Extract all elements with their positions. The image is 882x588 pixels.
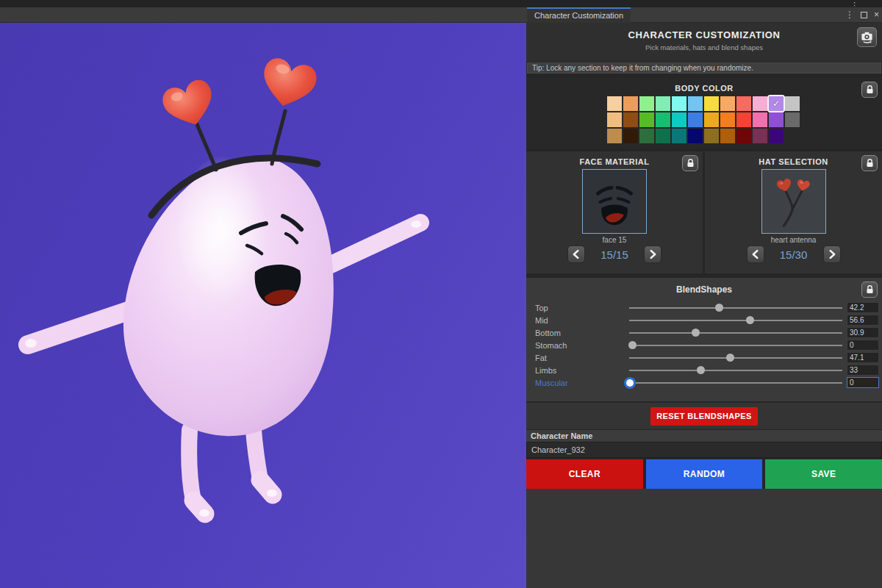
body-color-swatch[interactable]	[769, 129, 784, 143]
body-color-swatch[interactable]	[623, 112, 638, 127]
body-color-swatch[interactable]	[769, 112, 784, 127]
blendshape-value-field[interactable]	[847, 352, 879, 363]
blendshape-label: Top	[535, 304, 629, 312]
body-color-swatch[interactable]	[704, 112, 719, 127]
slider-thumb[interactable]	[746, 316, 754, 324]
blendshapes-lock-button[interactable]	[861, 282, 878, 298]
body-color-swatch[interactable]	[639, 129, 654, 143]
body-color-swatch[interactable]	[672, 129, 686, 143]
body-color-swatch[interactable]	[720, 96, 735, 111]
body-color-swatch[interactable]	[688, 96, 703, 111]
body-color-swatch[interactable]	[656, 112, 670, 127]
body-color-swatch[interactable]	[672, 112, 686, 127]
os-menu-icon[interactable]: ⋮	[850, 1, 858, 7]
blendshape-value-field[interactable]	[847, 327, 879, 338]
body-color-swatch[interactable]	[688, 112, 703, 127]
body-color-swatch[interactable]: ✓	[769, 96, 784, 111]
camera-rotate-icon	[860, 30, 874, 44]
face-material-section: FACE MATERIAL	[526, 151, 703, 273]
body-color-swatch[interactable]	[720, 112, 735, 127]
body-color-swatch[interactable]	[607, 129, 622, 143]
tab-character-customization[interactable]: Character Customization	[527, 7, 631, 23]
blendshape-label: Muscular	[535, 379, 629, 387]
blendshapes-title: BlendShapes	[526, 278, 882, 295]
body-color-swatch[interactable]	[704, 96, 719, 111]
check-icon: ✓	[769, 96, 784, 111]
blendshape-slider-track[interactable]	[629, 316, 842, 324]
scene-viewport[interactable]	[0, 23, 526, 588]
clear-button[interactable]: CLEAR	[526, 459, 643, 489]
body-color-title: BODY COLOR	[526, 78, 882, 93]
foot-highlight	[267, 490, 277, 497]
blendshape-slider-track[interactable]	[629, 379, 842, 387]
body-color-swatch[interactable]	[623, 129, 638, 143]
body-color-swatch[interactable]	[639, 96, 654, 111]
face-material-preview[interactable]	[582, 169, 647, 234]
hat-selection-lock-button[interactable]	[861, 155, 878, 171]
blendshape-row: Mid	[526, 314, 882, 326]
hat-selection-preview[interactable]	[761, 169, 826, 234]
slider-thumb[interactable]	[626, 379, 634, 387]
reset-blendshapes-button[interactable]: RESET BLENDSHAPES	[650, 407, 758, 426]
body-color-swatch[interactable]	[785, 129, 800, 143]
body-color-swatch[interactable]	[785, 96, 800, 111]
body-color-swatch[interactable]	[656, 96, 670, 111]
blendshape-slider-track[interactable]	[629, 329, 842, 337]
body-color-swatch[interactable]	[672, 96, 686, 111]
blendshape-slider-track[interactable]	[629, 354, 842, 362]
blendshape-label: Stomach	[535, 341, 629, 350]
blendshape-slider-track[interactable]	[629, 341, 842, 349]
body-color-swatch[interactable]	[704, 129, 719, 143]
face-next-button[interactable]	[644, 245, 662, 263]
body-color-lock-button[interactable]	[861, 82, 878, 98]
close-icon[interactable]: ×	[874, 7, 879, 23]
save-button[interactable]: SAVE	[765, 459, 882, 489]
body-color-swatch[interactable]	[785, 112, 800, 127]
face-material-lock-button[interactable]	[682, 155, 698, 171]
panel-menu-icon[interactable]: ⋮	[845, 7, 854, 23]
body-color-swatch[interactable]	[656, 129, 670, 143]
slider-thumb[interactable]	[628, 341, 637, 349]
body-color-swatch[interactable]	[736, 96, 751, 111]
body-color-swatch[interactable]	[720, 129, 735, 143]
blendshape-value-field[interactable]	[847, 315, 879, 326]
face-preview-image	[583, 170, 646, 233]
blendshape-row: Bottom	[526, 326, 882, 339]
reset-strip: RESET BLENDSHAPES	[526, 401, 882, 429]
panel-titlebar: Character Customization ⋮ ×	[0, 7, 882, 23]
body-color-swatch[interactable]	[607, 96, 622, 111]
body-color-swatch[interactable]	[736, 129, 751, 143]
body-color-swatch[interactable]	[607, 112, 622, 127]
body-color-swatch[interactable]	[623, 96, 638, 111]
body-color-swatch[interactable]	[688, 129, 703, 143]
blendshape-value-field[interactable]	[847, 377, 879, 388]
slider-thumb[interactable]	[697, 366, 705, 374]
slider-thumb[interactable]	[692, 329, 700, 337]
blendshape-value-field[interactable]	[847, 365, 879, 376]
blendshape-sliders: TopMidBottomStomachFatLimbsMuscular	[526, 301, 882, 389]
blendshape-value-field[interactable]	[847, 340, 879, 351]
body-color-swatch[interactable]	[736, 112, 751, 127]
blendshape-slider-track[interactable]	[629, 304, 842, 312]
blendshape-value-field[interactable]	[847, 302, 879, 313]
body-color-swatch[interactable]	[753, 129, 767, 143]
face-prev-button[interactable]	[567, 245, 585, 263]
blendshapes-section: BlendShapes TopMidBottomStomachFatLimbsM…	[526, 278, 882, 401]
app-window: ⋮ Character Customization ⋮ ×	[0, 0, 882, 588]
maximize-icon[interactable]	[861, 12, 867, 18]
blendshape-row: Muscular	[526, 376, 882, 389]
hat-prev-button[interactable]	[747, 245, 764, 263]
panel-footer-space	[526, 489, 882, 588]
body-color-swatch[interactable]	[753, 96, 767, 111]
body-color-swatch[interactable]	[753, 112, 767, 127]
slider-thumb[interactable]	[726, 354, 734, 362]
blendshape-slider-track[interactable]	[629, 366, 842, 374]
random-button[interactable]: RANDOM	[646, 459, 763, 489]
character-name-input[interactable]	[526, 442, 882, 458]
hat-next-button[interactable]	[823, 245, 841, 263]
screenshot-camera-button[interactable]	[857, 27, 877, 47]
lock-icon	[866, 158, 874, 168]
body-color-swatch[interactable]	[639, 112, 654, 127]
slider-thumb[interactable]	[715, 304, 723, 312]
chevron-left-icon	[750, 248, 761, 260]
